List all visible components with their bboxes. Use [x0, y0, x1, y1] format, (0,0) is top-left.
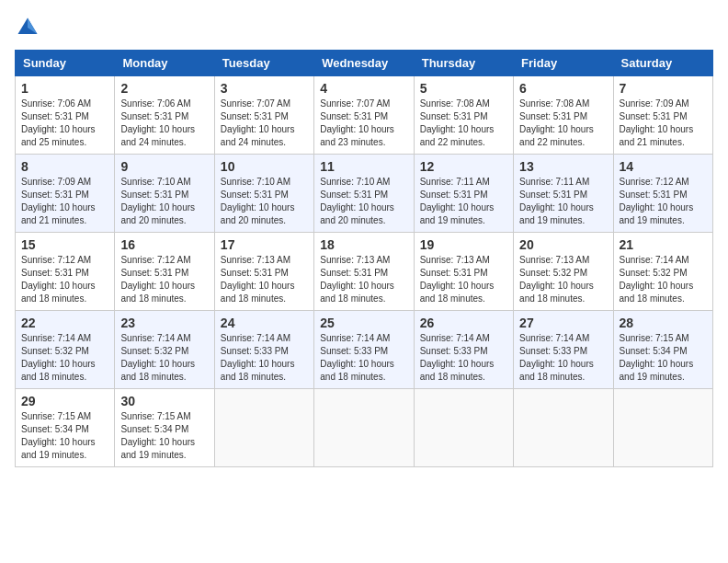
calendar-week-row: 15Sunrise: 7:12 AM Sunset: 5:31 PM Dayli…	[16, 233, 713, 311]
day-number: 1	[21, 81, 108, 96]
page-header	[15, 15, 713, 40]
calendar-week-row: 1Sunrise: 7:06 AM Sunset: 5:31 PM Daylig…	[16, 76, 713, 155]
day-info: Sunrise: 7:14 AM Sunset: 5:32 PM Dayligh…	[120, 332, 208, 384]
calendar-day-cell: 21Sunrise: 7:14 AM Sunset: 5:32 PM Dayli…	[613, 233, 712, 311]
calendar-day-cell: 15Sunrise: 7:12 AM Sunset: 5:31 PM Dayli…	[16, 233, 115, 311]
day-info: Sunrise: 7:14 AM Sunset: 5:32 PM Dayligh…	[620, 254, 707, 305]
day-number: 20	[519, 237, 607, 252]
day-number: 9	[120, 159, 208, 174]
calendar-day-cell: 4Sunrise: 7:07 AM Sunset: 5:31 PM Daylig…	[314, 76, 414, 155]
day-number: 17	[221, 237, 308, 252]
calendar-day-cell	[214, 389, 313, 467]
day-info: Sunrise: 7:14 AM Sunset: 5:33 PM Dayligh…	[320, 332, 407, 384]
day-number: 4	[320, 81, 407, 96]
day-info: Sunrise: 7:13 AM Sunset: 5:32 PM Dayligh…	[519, 254, 607, 305]
day-info: Sunrise: 7:12 AM Sunset: 5:31 PM Dayligh…	[620, 176, 707, 227]
day-number: 30	[120, 394, 208, 408]
day-number: 23	[120, 316, 208, 330]
calendar-day-cell: 14Sunrise: 7:12 AM Sunset: 5:31 PM Dayli…	[613, 155, 712, 233]
day-info: Sunrise: 7:07 AM Sunset: 5:31 PM Dayligh…	[320, 98, 407, 149]
calendar-day-cell: 13Sunrise: 7:11 AM Sunset: 5:31 PM Dayli…	[514, 155, 613, 233]
calendar-day-cell: 8Sunrise: 7:09 AM Sunset: 5:31 PM Daylig…	[16, 155, 115, 233]
day-info: Sunrise: 7:10 AM Sunset: 5:31 PM Dayligh…	[221, 176, 308, 227]
calendar-day-cell	[314, 389, 414, 467]
weekday-header-cell: Sunday	[16, 51, 115, 76]
calendar-day-cell: 25Sunrise: 7:14 AM Sunset: 5:33 PM Dayli…	[314, 311, 414, 389]
day-number: 18	[320, 237, 407, 252]
day-info: Sunrise: 7:10 AM Sunset: 5:31 PM Dayligh…	[120, 176, 208, 227]
calendar-day-cell: 5Sunrise: 7:08 AM Sunset: 5:31 PM Daylig…	[414, 76, 513, 155]
day-info: Sunrise: 7:14 AM Sunset: 5:33 PM Dayligh…	[221, 332, 308, 384]
day-number: 12	[420, 159, 507, 174]
day-number: 26	[420, 316, 507, 330]
calendar-day-cell: 30Sunrise: 7:15 AM Sunset: 5:34 PM Dayli…	[115, 389, 214, 467]
calendar-day-cell: 18Sunrise: 7:13 AM Sunset: 5:31 PM Dayli…	[314, 233, 414, 311]
day-info: Sunrise: 7:15 AM Sunset: 5:34 PM Dayligh…	[620, 332, 707, 384]
day-number: 27	[519, 316, 607, 330]
calendar-week-row: 22Sunrise: 7:14 AM Sunset: 5:32 PM Dayli…	[16, 311, 713, 389]
weekday-header-cell: Thursday	[414, 51, 513, 76]
day-number: 3	[221, 81, 308, 96]
day-info: Sunrise: 7:14 AM Sunset: 5:33 PM Dayligh…	[420, 332, 507, 384]
calendar-week-row: 8Sunrise: 7:09 AM Sunset: 5:31 PM Daylig…	[16, 155, 713, 233]
calendar-day-cell: 17Sunrise: 7:13 AM Sunset: 5:31 PM Dayli…	[214, 233, 313, 311]
weekday-header-cell: Monday	[115, 51, 214, 76]
day-info: Sunrise: 7:13 AM Sunset: 5:31 PM Dayligh…	[320, 254, 407, 305]
day-number: 21	[620, 237, 707, 252]
day-number: 29	[21, 394, 108, 408]
day-number: 16	[120, 237, 208, 252]
day-info: Sunrise: 7:09 AM Sunset: 5:31 PM Dayligh…	[620, 98, 707, 149]
calendar-day-cell: 26Sunrise: 7:14 AM Sunset: 5:33 PM Dayli…	[414, 311, 513, 389]
day-info: Sunrise: 7:14 AM Sunset: 5:33 PM Dayligh…	[519, 332, 607, 384]
calendar-day-cell: 20Sunrise: 7:13 AM Sunset: 5:32 PM Dayli…	[514, 233, 613, 311]
calendar-day-cell: 12Sunrise: 7:11 AM Sunset: 5:31 PM Dayli…	[414, 155, 513, 233]
day-info: Sunrise: 7:06 AM Sunset: 5:31 PM Dayligh…	[120, 98, 208, 149]
day-info: Sunrise: 7:11 AM Sunset: 5:31 PM Dayligh…	[519, 176, 607, 227]
calendar-week-row: 29Sunrise: 7:15 AM Sunset: 5:34 PM Dayli…	[16, 389, 713, 467]
day-info: Sunrise: 7:14 AM Sunset: 5:32 PM Dayligh…	[21, 332, 108, 384]
day-number: 22	[21, 316, 108, 330]
calendar-day-cell: 24Sunrise: 7:14 AM Sunset: 5:33 PM Dayli…	[214, 311, 313, 389]
calendar-day-cell: 7Sunrise: 7:09 AM Sunset: 5:31 PM Daylig…	[613, 76, 712, 155]
calendar-day-cell: 2Sunrise: 7:06 AM Sunset: 5:31 PM Daylig…	[115, 76, 214, 155]
day-info: Sunrise: 7:15 AM Sunset: 5:34 PM Dayligh…	[120, 410, 208, 462]
day-number: 8	[21, 159, 108, 174]
day-info: Sunrise: 7:09 AM Sunset: 5:31 PM Dayligh…	[21, 176, 108, 227]
calendar-table: SundayMondayTuesdayWednesdayThursdayFrid…	[15, 50, 713, 467]
weekday-header-row: SundayMondayTuesdayWednesdayThursdayFrid…	[16, 51, 713, 76]
calendar-day-cell: 9Sunrise: 7:10 AM Sunset: 5:31 PM Daylig…	[115, 155, 214, 233]
day-info: Sunrise: 7:11 AM Sunset: 5:31 PM Dayligh…	[420, 176, 507, 227]
day-number: 15	[21, 237, 108, 252]
day-number: 13	[519, 159, 607, 174]
calendar-day-cell	[414, 389, 513, 467]
day-number: 19	[420, 237, 507, 252]
day-info: Sunrise: 7:15 AM Sunset: 5:34 PM Dayligh…	[21, 410, 108, 462]
calendar-day-cell: 1Sunrise: 7:06 AM Sunset: 5:31 PM Daylig…	[16, 76, 115, 155]
day-number: 6	[519, 81, 607, 96]
day-info: Sunrise: 7:08 AM Sunset: 5:31 PM Dayligh…	[519, 98, 607, 149]
day-info: Sunrise: 7:10 AM Sunset: 5:31 PM Dayligh…	[320, 176, 407, 227]
day-info: Sunrise: 7:12 AM Sunset: 5:31 PM Dayligh…	[120, 254, 208, 305]
calendar-day-cell: 3Sunrise: 7:07 AM Sunset: 5:31 PM Daylig…	[214, 76, 313, 155]
day-number: 11	[320, 159, 407, 174]
day-info: Sunrise: 7:06 AM Sunset: 5:31 PM Dayligh…	[21, 98, 108, 149]
day-number: 25	[320, 316, 407, 330]
calendar-day-cell: 23Sunrise: 7:14 AM Sunset: 5:32 PM Dayli…	[115, 311, 214, 389]
day-info: Sunrise: 7:07 AM Sunset: 5:31 PM Dayligh…	[221, 98, 308, 149]
calendar-day-cell: 16Sunrise: 7:12 AM Sunset: 5:31 PM Dayli…	[115, 233, 214, 311]
day-number: 24	[221, 316, 308, 330]
day-info: Sunrise: 7:13 AM Sunset: 5:31 PM Dayligh…	[221, 254, 308, 305]
calendar-day-cell: 27Sunrise: 7:14 AM Sunset: 5:33 PM Dayli…	[514, 311, 613, 389]
calendar-day-cell: 29Sunrise: 7:15 AM Sunset: 5:34 PM Dayli…	[16, 389, 115, 467]
day-number: 7	[620, 81, 707, 96]
day-number: 28	[620, 316, 707, 330]
day-number: 5	[420, 81, 507, 96]
calendar-day-cell	[514, 389, 613, 467]
logo	[15, 15, 40, 40]
calendar-day-cell: 19Sunrise: 7:13 AM Sunset: 5:31 PM Dayli…	[414, 233, 513, 311]
weekday-header-cell: Tuesday	[214, 51, 313, 76]
weekday-header-cell: Saturday	[613, 51, 712, 76]
day-info: Sunrise: 7:08 AM Sunset: 5:31 PM Dayligh…	[420, 98, 507, 149]
calendar-day-cell: 10Sunrise: 7:10 AM Sunset: 5:31 PM Dayli…	[214, 155, 313, 233]
calendar-day-cell: 6Sunrise: 7:08 AM Sunset: 5:31 PM Daylig…	[514, 76, 613, 155]
